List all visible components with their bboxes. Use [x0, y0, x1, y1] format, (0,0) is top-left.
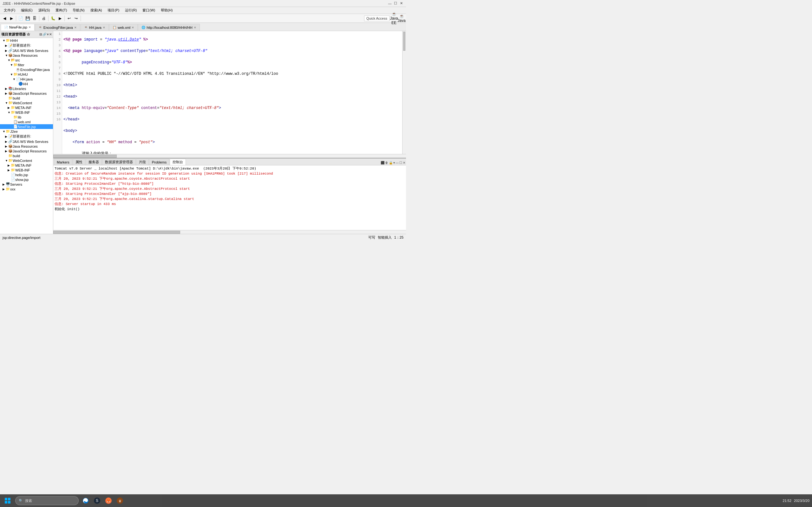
tab-close-web-xml[interactable]: ✕ — [132, 26, 134, 29]
code-content[interactable]: <%@ page import = "java.util.Date" %> <%… — [62, 31, 402, 154]
tree-item[interactable]: ▼ 📁 WebContent — [0, 101, 53, 105]
menu-refactor[interactable]: 重构(T) — [53, 7, 69, 13]
bottom-tab-console[interactable]: 控制台 — [170, 159, 186, 165]
bottom-tab-markers[interactable]: Markers — [54, 159, 72, 165]
toolbar-new[interactable]: 📄 — [17, 15, 24, 21]
tree-item[interactable]: ▶ 📁 WEB-INF — [0, 168, 53, 172]
v-scrollbar-thumb[interactable] — [403, 32, 405, 51]
tree-item[interactable]: ▶ 📝 部署描述符: — [0, 134, 53, 139]
menu-file[interactable]: 文件(F) — [1, 7, 18, 13]
toolbar-sep-3 — [48, 15, 49, 21]
h-scrollbar-thumb[interactable] — [53, 155, 117, 158]
quick-access-box[interactable]: Quick Access — [364, 15, 390, 21]
sidebar-close-btn[interactable]: ✕ — [49, 33, 52, 36]
tree-item[interactable]: ▼ 📂 src — [0, 58, 53, 62]
tree-item[interactable]: ▼ 📁 HHH — [0, 38, 53, 43]
tree-item[interactable]: ▶ 📚 Libraries — [0, 86, 53, 91]
menu-source[interactable]: 源码(S) — [36, 7, 53, 13]
maximize-button[interactable]: ☐ — [393, 1, 398, 6]
bottom-tab-servers[interactable]: 服务器 — [86, 159, 102, 165]
sidebar-link-btn[interactable]: 🔗 — [43, 33, 46, 36]
toolbar-save[interactable]: 💾 — [24, 15, 31, 21]
tree-item[interactable]: ▶ 📝 部署描述符: — [0, 43, 53, 48]
bottom-tab-problems[interactable]: Problems — [149, 159, 169, 165]
tree-item[interactable]: ▼ 📁 filter — [0, 62, 53, 67]
bottom-tab-properties[interactable]: 属性 — [72, 159, 85, 165]
toolbar-print[interactable]: 🖨 — [41, 15, 47, 21]
menu-search[interactable]: 搜索(A) — [88, 7, 105, 13]
console-clear-btn[interactable]: 🗑 — [385, 161, 388, 164]
console-stop-btn[interactable]: ⬛ — [380, 161, 385, 164]
tree-item[interactable]: 📄 hello.jsp — [0, 172, 53, 177]
tree-item[interactable]: ▼ 📁 WebContent — [0, 158, 53, 163]
tab-close-hh[interactable]: ✕ — [103, 26, 105, 29]
console-scroll-lock-btn[interactable]: 🔒 — [389, 161, 393, 164]
status-insert-mode: 智能插入 — [378, 235, 392, 240]
menu-navigate[interactable]: 导航(N) — [70, 7, 87, 13]
menu-help[interactable]: 帮助(H) — [158, 7, 175, 13]
tab-newfile-jsp[interactable]: 📄 NewFile.jsp ✕ — [1, 24, 35, 31]
tree-item[interactable]: 📄 show.jsp — [0, 177, 53, 182]
console-maximize-btn[interactable]: ☐ — [399, 161, 402, 164]
sidebar-menu-btn[interactable]: ▾ — [47, 33, 49, 36]
tree-item[interactable]: ▶ 📦 JavaScript Resources — [0, 91, 53, 96]
toolbar-redo[interactable]: ↪ — [73, 15, 79, 21]
tree-item[interactable]: ▼ 📄 HH.java — [0, 77, 53, 81]
minimize-button[interactable]: — — [388, 1, 392, 6]
tab-close-localhost[interactable]: ✕ — [194, 26, 196, 29]
sidebar-header: 项目资源管理器 ☆ ⊟ 🔗 ▾ ✕ — [0, 31, 53, 38]
console-close-btn[interactable]: ✕ — [403, 161, 405, 164]
tab-encoding-filter[interactable]: ☕ EncodingFilter.java ✕ — [35, 24, 80, 31]
tree-item[interactable]: 📁 build — [0, 153, 53, 158]
tree-item[interactable]: 📋 web.xml — [0, 119, 53, 124]
menu-run[interactable]: 运行(R) — [122, 7, 139, 13]
tab-localhost[interactable]: 🌐 http://localhost:8080/HHH/HH ✕ — [138, 24, 200, 31]
toolbar-debug[interactable]: 🐛 — [50, 15, 56, 21]
tree-item[interactable]: ▶ 📁 xxx — [0, 187, 53, 191]
toolbar-undo[interactable]: ↩ — [66, 15, 72, 21]
code-line-1: <%@ page import = "java.util.Date" %> — [63, 37, 401, 43]
toolbar-back[interactable]: ◀ — [1, 15, 8, 21]
tree-item[interactable]: 📁 build — [0, 96, 53, 101]
console-minimize-btn[interactable]: — — [396, 161, 399, 164]
bottom-tab-snippets[interactable]: 片段 — [136, 159, 149, 165]
editor-content-area[interactable]: 1 2 3 4 5 6 7 8 9 10 11 12 13 14 15 16 — [53, 31, 406, 154]
tree-item[interactable]: ▶ 📦 JavaScript Resources — [0, 149, 53, 153]
tree-item[interactable]: ▼ 📦 Java Resources — [0, 53, 53, 58]
tree-item[interactable]: ▶ 🖥️ Servers — [0, 182, 53, 187]
console-h-scrollbar-thumb[interactable] — [53, 231, 180, 234]
tree-item[interactable]: ▶ 📁 META-INF — [0, 105, 53, 110]
editor-horizontal-scrollbar[interactable] — [53, 154, 406, 158]
tab-label-web-xml: web.xml — [118, 26, 131, 30]
menu-edit[interactable]: 编辑(E) — [18, 7, 35, 13]
tree-item[interactable]: 🔵 HH — [0, 81, 53, 86]
toolbar-java-ee[interactable]: ☕ Java EE — [391, 15, 397, 21]
code-line-5: <html> — [63, 82, 401, 88]
sidebar-collapse-btn[interactable]: ⊟ — [39, 33, 42, 36]
tree-item-newfile-selected[interactable]: 📄 NewFile.jsp — [0, 124, 53, 129]
console-menu-btn[interactable]: ▾ — [393, 161, 395, 164]
tab-close-newfile[interactable]: ✕ — [29, 26, 31, 29]
tree-item[interactable]: ▶ 🔗 JAX-WS Web Services — [0, 139, 53, 144]
tree-item[interactable]: 📁 lib — [0, 115, 53, 119]
tree-item[interactable]: ▼ 📁 J2ee — [0, 129, 53, 134]
tab-close-encoding[interactable]: ✕ — [74, 26, 77, 29]
toolbar-forward[interactable]: ▶ — [8, 15, 14, 21]
console-horizontal-scrollbar[interactable] — [53, 230, 406, 234]
editor-vertical-scrollbar[interactable] — [402, 31, 406, 154]
tab-web-xml[interactable]: 📋 web.xml ✕ — [109, 24, 138, 31]
toolbar-save-all[interactable]: 🗄 — [32, 15, 38, 21]
tree-item[interactable]: ▼ 📁 HUHU — [0, 72, 53, 77]
menu-project[interactable]: 项目(P) — [105, 7, 122, 13]
bottom-tab-datasource[interactable]: 数据源资源管理器 — [102, 159, 136, 165]
tree-item[interactable]: ▶ 🔗 JAX-WS Web Services — [0, 48, 53, 53]
tree-item[interactable]: ▶ 📦 Java Resources — [0, 144, 53, 149]
tree-item[interactable]: ▶ 📁 META-INF — [0, 163, 53, 168]
toolbar-java[interactable]: ☕ Java — [398, 15, 405, 21]
tree-item[interactable]: ▼ 📁 WEB-INF — [0, 110, 53, 115]
menu-window[interactable]: 窗口(W) — [140, 7, 158, 13]
tab-hh-java[interactable]: ☕ HH.java ✕ — [81, 24, 109, 31]
tree-item[interactable]: ☕ EncodingFilter.java — [0, 67, 53, 72]
toolbar-run[interactable]: ▶ — [57, 15, 63, 21]
close-button[interactable]: ✕ — [399, 1, 403, 6]
